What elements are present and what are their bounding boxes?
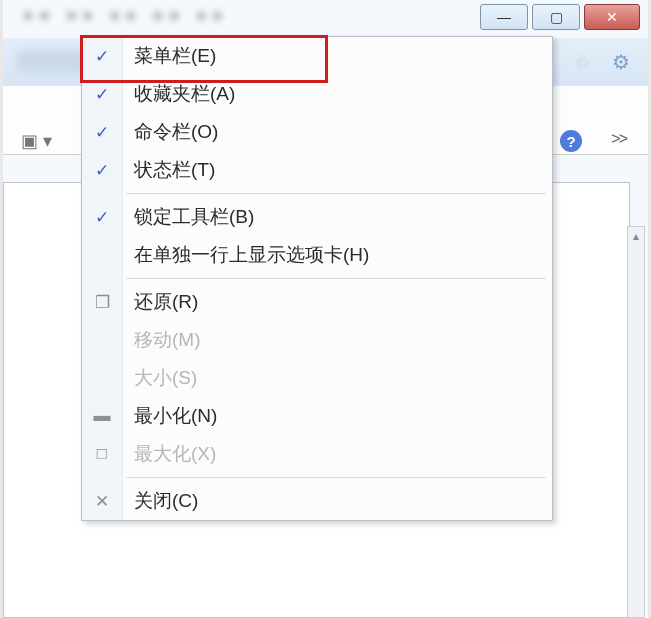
menu-item[interactable]: ✕关闭(C) <box>82 482 552 520</box>
check-icon: ✓ <box>82 160 122 181</box>
vertical-scrollbar[interactable]: ▴ <box>627 226 645 618</box>
menu-separator <box>126 477 546 478</box>
menu-item[interactable]: ▬最小化(N) <box>82 397 552 435</box>
menu-item: □最大化(X) <box>82 435 552 473</box>
scroll-track[interactable] <box>628 245 644 617</box>
menu-item: 移动(M) <box>82 321 552 359</box>
minimize-icon: — <box>497 9 511 25</box>
titlebar-blur-text: ■■ ■■ ■■ ■■ ■■ <box>23 6 423 32</box>
menu-item-label: 命令栏(O) <box>134 119 218 145</box>
menu-glyph-icon: ▬ <box>82 406 122 426</box>
check-icon: ✓ <box>82 46 122 67</box>
menu-item-label: 收藏夹栏(A) <box>134 81 235 107</box>
maximize-icon: ▢ <box>550 9 563 25</box>
menu-item-label: 锁定工具栏(B) <box>134 204 254 230</box>
close-icon: ✕ <box>606 9 618 25</box>
minimize-button[interactable]: — <box>480 4 528 30</box>
browser-window: ■■ ■■ ■■ ■■ ■■ — ▢ ✕ ☆ ⚙ ▣ ▾ ? >> 首页 ▴ ✓… <box>3 0 648 618</box>
favorites-star-icon[interactable]: ☆ <box>574 50 592 74</box>
window-controls: — ▢ ✕ <box>480 4 640 30</box>
help-icon[interactable]: ? <box>560 130 582 152</box>
menu-item[interactable]: 在单独一行上显示选项卡(H) <box>82 236 552 274</box>
menu-glyph-icon: ✕ <box>82 491 122 512</box>
menu-item[interactable]: ✓收藏夹栏(A) <box>82 75 552 113</box>
menu-item-label: 菜单栏(E) <box>134 43 216 69</box>
menu-item-label: 大小(S) <box>134 365 197 391</box>
menu-item[interactable]: ❐还原(R) <box>82 283 552 321</box>
check-icon: ✓ <box>82 122 122 143</box>
check-icon: ✓ <box>82 207 122 228</box>
menu-glyph-icon: ❐ <box>82 292 122 313</box>
menu-separator <box>126 278 546 279</box>
check-icon: ✓ <box>82 84 122 105</box>
menu-item-label: 最小化(N) <box>134 403 217 429</box>
menu-item[interactable]: ✓命令栏(O) <box>82 113 552 151</box>
menu-item: 大小(S) <box>82 359 552 397</box>
toolbar-overflow-icon[interactable]: >> <box>611 130 626 148</box>
menu-separator <box>126 193 546 194</box>
menu-item-label: 移动(M) <box>134 327 200 353</box>
menu-item-label: 最大化(X) <box>134 441 216 467</box>
menu-item[interactable]: ✓状态栏(T) <box>82 151 552 189</box>
rss-feed-icon[interactable]: ▣ ▾ <box>21 130 52 152</box>
scroll-up-icon[interactable]: ▴ <box>628 227 644 245</box>
settings-gear-icon[interactable]: ⚙ <box>612 50 630 74</box>
menu-item[interactable]: ✓菜单栏(E) <box>82 37 552 75</box>
titlebar-context-menu: ✓菜单栏(E)✓收藏夹栏(A)✓命令栏(O)✓状态栏(T)✓锁定工具栏(B)在单… <box>81 36 553 521</box>
menu-item-label: 在单独一行上显示选项卡(H) <box>134 242 369 268</box>
menu-item[interactable]: ✓锁定工具栏(B) <box>82 198 552 236</box>
menu-glyph-icon: □ <box>82 444 122 464</box>
close-window-button[interactable]: ✕ <box>584 4 640 30</box>
menu-item-label: 还原(R) <box>134 289 198 315</box>
menu-item-label: 状态栏(T) <box>134 157 215 183</box>
maximize-button[interactable]: ▢ <box>532 4 580 30</box>
menu-item-label: 关闭(C) <box>134 488 198 514</box>
